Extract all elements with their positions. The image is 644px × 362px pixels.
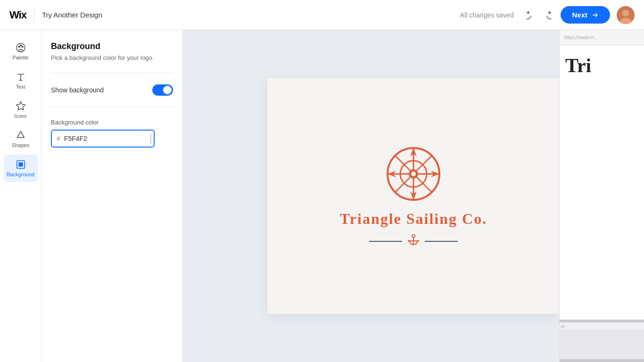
page-title: Try Another Design [42, 11, 460, 19]
next-button[interactable]: Next [561, 6, 610, 24]
compass-icon [383, 143, 444, 205]
show-background-label: Show background [51, 86, 104, 94]
header-divider [34, 8, 34, 22]
svg-rect-8 [18, 162, 23, 166]
svg-point-25 [417, 240, 419, 242]
sidebar-item-icons[interactable]: Icons [4, 96, 38, 123]
laptop-url-bar: url [559, 322, 644, 331]
anchor-icon [407, 233, 420, 249]
logo-line-left [369, 241, 402, 242]
canvas-area: Triangle Sailing Co. [183, 30, 644, 362]
background-panel: Background Pick a background color for y… [41, 30, 183, 362]
sidebar-item-shapes[interactable]: Shapes [4, 125, 38, 153]
color-label: Background color [51, 119, 173, 126]
sidebar-item-palette-label: Palette [12, 55, 28, 60]
laptop-screen: url [559, 322, 644, 359]
panel-divider-2 [51, 107, 173, 107]
logo-card: Triangle Sailing Co. [267, 78, 560, 314]
svg-point-20 [411, 172, 416, 176]
sidebar-item-icons-label: Icons [14, 113, 26, 119]
save-status: All changes saved [460, 11, 514, 19]
preview-url-bar: https://www.m... [560, 30, 644, 45]
shapes-icon [16, 130, 26, 140]
svg-point-24 [408, 240, 410, 242]
palette-icon [16, 42, 26, 53]
svg-point-6 [22, 46, 23, 48]
svg-point-4 [18, 46, 19, 48]
right-preview-panel: https://www.m... Tri url [559, 30, 644, 362]
background-icon [16, 159, 26, 170]
show-background-row: Show background [51, 84, 173, 96]
show-background-toggle[interactable] [152, 84, 173, 96]
sidebar-item-palette[interactable]: Palette [4, 38, 38, 65]
logo-company-name: Triangle Sailing Co. [340, 210, 487, 228]
panel-title: Background [51, 41, 173, 51]
svg-point-1 [622, 10, 629, 16]
laptop-base: url [559, 320, 644, 362]
preview-title: Tri [560, 45, 644, 86]
sidebar-item-background[interactable]: Background [4, 155, 38, 182]
logo-divider-row [369, 233, 458, 249]
text-icon [16, 72, 26, 82]
undo-button[interactable] [523, 8, 539, 22]
main-layout: Palette Text Icons Shapes Backg [0, 30, 644, 362]
panel-divider [51, 73, 173, 73]
redo-button[interactable] [539, 8, 555, 22]
svg-point-5 [20, 45, 21, 46]
logo-content: Triangle Sailing Co. [340, 143, 487, 249]
svg-point-21 [412, 235, 415, 238]
wix-logo: Wix [9, 9, 26, 21]
panel-subtitle: Pick a background color for your logo. [51, 54, 173, 61]
star-icon [16, 101, 26, 111]
avatar[interactable] [617, 6, 635, 24]
color-hash: # [57, 135, 60, 142]
sidebar-item-text[interactable]: Text [4, 67, 38, 94]
header: Wix Try Another Design All changes saved… [0, 0, 644, 30]
color-input-row[interactable]: # [51, 130, 155, 148]
sidebar-icons: Palette Text Icons Shapes Backg [0, 30, 41, 362]
logo-line-right [425, 241, 458, 242]
color-input[interactable] [64, 135, 147, 142]
sidebar-item-shapes-label: Shapes [12, 142, 29, 148]
sidebar-item-background-label: Background [7, 172, 34, 177]
color-swatch[interactable] [150, 133, 151, 144]
sidebar-item-text-label: Text [16, 84, 25, 90]
